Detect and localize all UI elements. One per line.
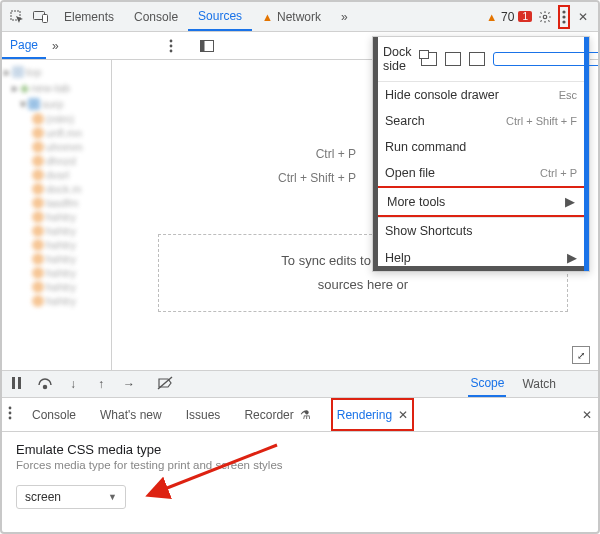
- inspect-icon[interactable]: [6, 6, 28, 28]
- tab-network[interactable]: ▲Network: [252, 2, 331, 31]
- tree-node[interactable]: hshtry: [46, 281, 76, 293]
- tab-sources[interactable]: Sources: [188, 2, 252, 31]
- tab-network-label: Network: [277, 10, 321, 24]
- debugger-toolbar: ↓ ↑ → Scope Watch: [2, 370, 598, 398]
- editor-shortcuts: Ctrl + P Ctrl + Shift + P: [278, 142, 356, 190]
- shortcut-open-file: Ctrl + P: [278, 142, 356, 166]
- drawer-tab-issues[interactable]: Issues: [182, 398, 225, 431]
- rendering-panel: Emulate CSS media type Forces media type…: [2, 432, 598, 519]
- svg-point-5: [562, 15, 565, 18]
- svg-point-9: [169, 49, 172, 52]
- drawer-tab-rendering[interactable]: Rendering✕: [331, 398, 414, 431]
- svg-rect-2: [43, 14, 48, 22]
- kebab-menu-button[interactable]: [558, 5, 570, 29]
- dock-left-icon[interactable]: [445, 52, 461, 66]
- tree-node[interactable]: uhnmm: [46, 141, 83, 153]
- close-icon[interactable]: ✕: [572, 6, 594, 28]
- menu-label: Show Shortcuts: [385, 224, 473, 238]
- menu-label: Help: [385, 251, 411, 265]
- svg-point-4: [562, 10, 565, 13]
- expand-icon[interactable]: ⤢: [572, 346, 590, 364]
- tree-node[interactable]: dhnzd: [46, 155, 76, 167]
- dock-undock-icon[interactable]: [421, 52, 437, 66]
- panel-tabs: Elements Console Sources ▲Network »: [54, 2, 358, 31]
- tree-node[interactable]: hshtry: [46, 253, 76, 265]
- svg-point-8: [169, 44, 172, 47]
- svg-point-7: [169, 39, 172, 42]
- emulate-media-subtitle: Forces media type for testing print and …: [16, 459, 584, 471]
- navigator-tab-page[interactable]: Page: [2, 32, 46, 59]
- menu-open-file[interactable]: Open fileCtrl + P: [373, 160, 589, 186]
- tree-node[interactable]: dock.m: [46, 183, 81, 195]
- tree-node[interactable]: lasdfm: [46, 197, 78, 209]
- dock-right-icon[interactable]: [493, 52, 600, 66]
- svg-point-14: [44, 385, 47, 388]
- error-badge[interactable]: 1: [518, 11, 532, 22]
- dock-side-row: Dock side: [373, 37, 589, 81]
- menu-hide-drawer[interactable]: Hide console drawerEsc: [373, 82, 589, 108]
- pause-icon[interactable]: [8, 377, 26, 392]
- close-icon[interactable]: ✕: [398, 408, 408, 422]
- kebab-icon[interactable]: [160, 35, 182, 57]
- drawer-tab-console[interactable]: Console: [28, 398, 80, 431]
- menu-show-shortcuts[interactable]: Show Shortcuts: [373, 218, 589, 244]
- tree-node[interactable]: hshtry: [46, 295, 76, 307]
- drawer-tab-label: Recorder: [244, 408, 293, 422]
- step-out-icon[interactable]: ↑: [92, 377, 110, 391]
- file-tree[interactable]: ▸top ▸◆new-tab ▾surp (mlm) unfl.mn uhnmm…: [2, 60, 112, 370]
- main-menu: Dock side Hide console drawerEsc SearchC…: [372, 36, 590, 272]
- drawer-tab-whatsnew[interactable]: What's new: [96, 398, 166, 431]
- svg-point-6: [562, 20, 565, 23]
- tab-elements[interactable]: Elements: [54, 2, 124, 31]
- menu-label: Open file: [385, 166, 435, 180]
- tree-node[interactable]: hshtry: [46, 267, 76, 279]
- tree-node[interactable]: new-tab: [31, 82, 70, 94]
- chevron-down-icon: ▼: [108, 492, 117, 502]
- menu-run-command[interactable]: Run command: [373, 134, 589, 160]
- step-icon[interactable]: →: [120, 377, 138, 391]
- tab-watch[interactable]: Watch: [520, 371, 558, 397]
- svg-point-3: [543, 15, 547, 19]
- tree-node[interactable]: surp: [42, 98, 63, 110]
- svg-point-15: [9, 407, 12, 410]
- navigator-overflow[interactable]: »: [46, 39, 65, 53]
- drawer-close-icon[interactable]: ✕: [582, 408, 592, 422]
- warning-icon: ▲: [262, 11, 273, 23]
- drawer-tabs: Console What's new Issues Recorder⚗ Rend…: [2, 398, 598, 432]
- dock-side-label: Dock side: [383, 45, 411, 73]
- menu-shortcut: Esc: [559, 89, 577, 101]
- tabs-overflow[interactable]: »: [331, 2, 358, 31]
- drawer-tab-label: Rendering: [337, 408, 392, 422]
- device-icon[interactable]: [30, 6, 52, 28]
- warning-count[interactable]: 70: [501, 10, 514, 24]
- menu-search[interactable]: SearchCtrl + Shift + F: [373, 108, 589, 134]
- step-into-icon[interactable]: ↓: [64, 377, 82, 391]
- menu-more-tools[interactable]: More tools▶: [373, 186, 589, 217]
- tree-node[interactable]: hshtry: [46, 211, 76, 223]
- menu-label: Search: [385, 114, 425, 128]
- emulate-media-title: Emulate CSS media type: [16, 442, 584, 457]
- dock-bottom-icon[interactable]: [469, 52, 485, 66]
- sync-text-2: sources here or: [171, 273, 555, 297]
- chevron-right-icon: ▶: [567, 250, 577, 265]
- svg-rect-12: [12, 377, 15, 389]
- toggle-navigator-icon[interactable]: [196, 40, 218, 52]
- tree-node[interactable]: hshtry: [46, 239, 76, 251]
- tree-node[interactable]: dvsrl: [46, 169, 69, 181]
- warning-icon: ▲: [486, 11, 497, 23]
- tree-node[interactable]: hshtry: [46, 225, 76, 237]
- svg-rect-11: [200, 40, 204, 51]
- drawer-tab-recorder[interactable]: Recorder⚗: [240, 398, 314, 431]
- menu-shortcut: Ctrl + Shift + F: [506, 115, 577, 127]
- media-type-select[interactable]: screen ▼: [16, 485, 126, 509]
- gear-icon[interactable]: [534, 6, 556, 28]
- tree-node[interactable]: top: [26, 66, 41, 78]
- menu-label: Run command: [385, 140, 466, 154]
- tree-node[interactable]: (mlm): [46, 113, 74, 125]
- step-over-icon[interactable]: [36, 377, 54, 392]
- kebab-icon[interactable]: [8, 406, 12, 423]
- tab-console[interactable]: Console: [124, 2, 188, 31]
- tab-scope[interactable]: Scope: [468, 371, 506, 397]
- deactivate-breakpoints-icon[interactable]: [156, 377, 174, 392]
- tree-node[interactable]: unfl.mn: [46, 127, 82, 139]
